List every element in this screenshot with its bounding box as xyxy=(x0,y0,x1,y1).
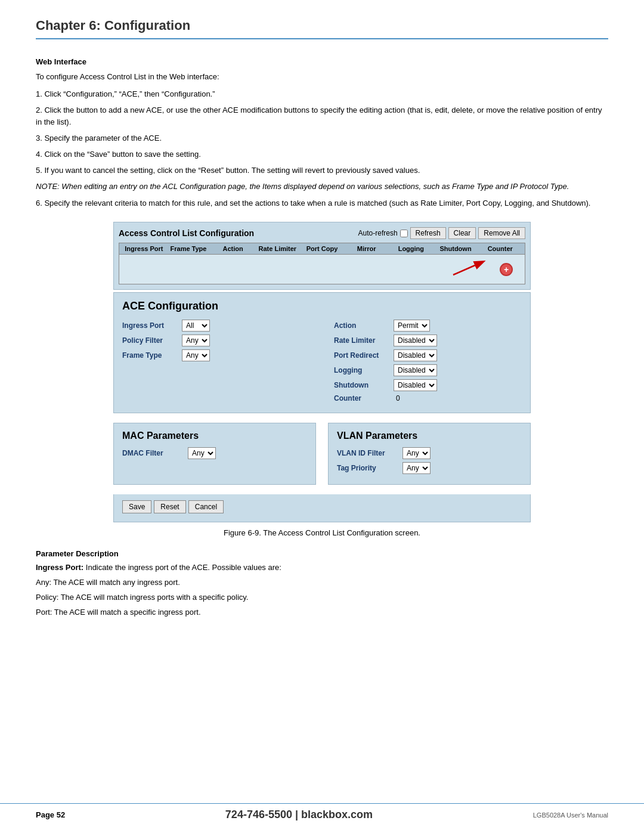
col-rate-limiter: Rate Limiter xyxy=(255,245,300,252)
tag-priority-row: Tag Priority Any xyxy=(337,462,522,474)
add-ace-button[interactable]: + xyxy=(500,263,513,276)
figure-caption: Figure 6-9. The Access Control List Conf… xyxy=(113,528,531,537)
any-label: Any: xyxy=(36,578,51,587)
ingress-port-desc-text: Indicate the ingress port of the ACE. Po… xyxy=(83,563,281,572)
col-frame-type: Frame Type xyxy=(166,245,211,252)
policy-filter-select[interactable]: Any xyxy=(182,335,210,346)
dmac-filter-select[interactable]: Any xyxy=(188,447,216,459)
rate-limiter-label: Rate Limiter xyxy=(334,336,394,345)
figure-container: Access Control List Configuration Auto-r… xyxy=(113,222,531,537)
shutdown-row: Shutdown Disabled xyxy=(334,379,522,391)
port-redirect-select[interactable]: Disabled xyxy=(394,349,437,361)
ace-right-col: Action Permit Deny Rate Limiter Disabled xyxy=(334,320,522,405)
footer-contact: 724-746-5500 | blackbox.com xyxy=(225,809,373,821)
policy-filter-row: Policy Filter Any xyxy=(122,335,310,346)
col-shutdown: Shutdown xyxy=(434,245,478,252)
rate-limiter-select[interactable]: Disabled xyxy=(394,335,437,346)
col-counter: Counter xyxy=(478,245,522,252)
action-label: Action xyxy=(334,321,394,330)
note-text: NOTE: When editing an entry on the ACL C… xyxy=(36,181,608,193)
port-desc: Port: The ACE will match a specific ingr… xyxy=(36,606,608,619)
svg-line-1 xyxy=(453,262,483,275)
footer-page: Page 52 xyxy=(36,810,65,819)
policy-filter-label: Policy Filter xyxy=(122,336,182,345)
policy-label: Policy: xyxy=(36,593,58,602)
intro-text: To configure Access Control List in the … xyxy=(36,71,608,83)
port-label: Port: xyxy=(36,608,52,617)
col-action: Action xyxy=(210,245,255,252)
logging-row: Logging Disabled xyxy=(334,364,522,376)
vlan-params-title: VLAN Parameters xyxy=(337,431,522,441)
reset-button[interactable]: Reset xyxy=(154,500,185,513)
vlan-id-filter-label: VLAN ID Filter xyxy=(337,449,402,457)
action-row: Action Permit Deny xyxy=(334,320,522,332)
footer-manual: LGB5028A User's Manual xyxy=(533,812,608,819)
ingress-port-title: Ingress Port: xyxy=(36,563,83,572)
param-desc-heading: Parameter Description xyxy=(36,549,608,558)
col-logging: Logging xyxy=(389,245,434,252)
port-redirect-row: Port Redirect Disabled xyxy=(334,349,522,361)
params-row: MAC Parameters DMAC Filter Any VLAN Para… xyxy=(113,423,531,485)
frame-type-row: Frame Type Any xyxy=(122,349,310,361)
step-6: 6. Specify the relevant criteria to matc… xyxy=(36,197,608,210)
refresh-button[interactable]: Refresh xyxy=(410,227,446,239)
ace-config-title: ACE Configuration xyxy=(122,300,522,312)
col-ingress-port: Ingress Port xyxy=(122,245,166,252)
bottom-buttons: Save Reset Cancel xyxy=(113,494,531,522)
rate-limiter-row: Rate Limiter Disabled xyxy=(334,335,522,346)
remove-all-button[interactable]: Remove All xyxy=(478,227,525,239)
frame-type-select[interactable]: Any xyxy=(182,349,210,361)
policy-desc: Policy: The ACE will match ingress ports… xyxy=(36,592,608,604)
counter-row: Counter 0 xyxy=(334,394,522,402)
col-mirror: Mirror xyxy=(344,245,389,252)
ingress-port-row: Ingress Port All Any xyxy=(122,320,310,332)
dmac-filter-label: DMAC Filter xyxy=(122,449,188,457)
step-4: 4. Click on the “Save” button to save th… xyxy=(36,148,608,161)
red-arrow-graphic xyxy=(450,257,498,281)
vlan-id-filter-select[interactable]: Any xyxy=(402,447,431,459)
auto-refresh-label: Auto-refresh xyxy=(358,229,398,237)
mac-params-box: MAC Parameters DMAC Filter Any xyxy=(113,423,316,485)
policy-desc-text: The ACE will match ingress ports with a … xyxy=(58,593,248,602)
col-port-copy: Port Copy xyxy=(300,245,345,252)
step-2: 2. Click the button to add a new ACE, or… xyxy=(36,104,608,129)
shutdown-select[interactable]: Disabled xyxy=(394,379,437,391)
logging-label: Logging xyxy=(334,366,394,374)
any-desc-text: The ACE will match any ingress port. xyxy=(51,578,180,587)
page-footer: Page 52 724-746-5500 | blackbox.com LGB5… xyxy=(0,803,644,821)
acl-controls: Auto-refresh Refresh Clear Remove All xyxy=(358,227,525,239)
step-5: 5. If you want to cancel the setting, cl… xyxy=(36,165,608,177)
counter-label: Counter xyxy=(334,394,394,402)
vlan-params-box: VLAN Parameters VLAN ID Filter Any Tag P… xyxy=(328,423,531,485)
ingress-port-desc: Ingress Port: Indicate the ingress port … xyxy=(36,562,608,574)
save-button[interactable]: Save xyxy=(122,500,151,513)
tag-priority-select[interactable]: Any xyxy=(402,462,431,474)
ingress-port-label: Ingress Port xyxy=(122,321,182,330)
acl-table-header: Ingress Port Frame Type Action Rate Limi… xyxy=(119,243,525,255)
acl-config-title: Access Control List Configuration xyxy=(119,228,254,238)
clear-button[interactable]: Clear xyxy=(448,227,476,239)
step-1: 1. Click “Configuration,” “ACE,” then “C… xyxy=(36,88,608,101)
acl-config-box: Access Control List Configuration Auto-r… xyxy=(113,222,531,290)
mac-params-title: MAC Parameters xyxy=(122,431,307,441)
acl-table-body: + xyxy=(119,255,525,284)
vlan-id-filter-row: VLAN ID Filter Any xyxy=(337,447,522,459)
port-desc-text: The ACE will match a specific ingress po… xyxy=(52,608,200,617)
dmac-filter-row: DMAC Filter Any xyxy=(122,447,307,459)
frame-type-label: Frame Type xyxy=(122,351,182,360)
any-desc: Any: The ACE will match any ingress port… xyxy=(36,577,608,589)
chapter-title: Chapter 6: Configuration xyxy=(36,18,608,39)
ace-config-box: ACE Configuration Ingress Port All Any P… xyxy=(113,292,531,413)
port-redirect-label: Port Redirect xyxy=(334,351,394,360)
step-3: 3. Specify the parameter of the ACE. xyxy=(36,132,608,145)
shutdown-label: Shutdown xyxy=(334,381,394,389)
auto-refresh-checkbox[interactable] xyxy=(400,230,408,237)
counter-value: 0 xyxy=(394,394,400,402)
action-select[interactable]: Permit Deny xyxy=(394,320,430,332)
ace-left-col: Ingress Port All Any Policy Filter Any xyxy=(122,320,310,405)
cancel-button[interactable]: Cancel xyxy=(188,500,224,513)
logging-select[interactable]: Disabled xyxy=(394,364,437,376)
tag-priority-label: Tag Priority xyxy=(337,464,402,472)
web-interface-heading: Web Interface xyxy=(36,57,608,66)
ingress-port-select[interactable]: All Any xyxy=(182,320,210,332)
